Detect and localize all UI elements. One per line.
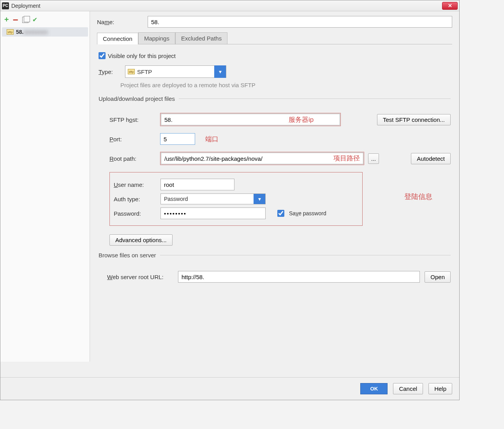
sidebar: + − ✔ sftp 58.xxxxxxxx xyxy=(0,11,90,362)
dialog-footer: OK Cancel Help xyxy=(0,377,459,400)
copy-server-button[interactable] xyxy=(22,17,28,23)
password-label: Password: xyxy=(114,210,157,217)
save-password-checkbox[interactable] xyxy=(277,210,284,217)
save-password-label: Save password xyxy=(289,210,326,216)
visible-only-checkbox[interactable] xyxy=(99,52,106,59)
name-input[interactable] xyxy=(148,16,452,28)
main-panel: Name: Connection Mappings Excluded Paths… xyxy=(90,11,459,362)
type-combo[interactable]: sftp SFTP ▾ xyxy=(125,65,226,78)
titlebar: PC Deployment ✕ xyxy=(0,0,459,11)
test-connection-button[interactable]: Test SFTP connection... xyxy=(377,114,451,125)
open-button[interactable]: Open xyxy=(425,271,451,283)
tab-connection[interactable]: Connection xyxy=(97,33,138,44)
auth-type-label: Auth type: xyxy=(114,196,157,202)
type-label: Type: xyxy=(99,69,118,75)
password-input[interactable] xyxy=(160,207,266,219)
chevron-down-icon: ▾ xyxy=(214,65,226,78)
port-label: Port: xyxy=(109,136,156,142)
root-path-label: Root path: xyxy=(109,155,156,162)
ok-button[interactable]: OK xyxy=(360,383,388,394)
port-input[interactable] xyxy=(160,133,195,145)
tab-mappings[interactable]: Mappings xyxy=(138,32,175,44)
web-url-input[interactable] xyxy=(178,271,420,283)
upload-group-label: Upload/download project files xyxy=(99,95,179,102)
add-server-button[interactable]: + xyxy=(4,15,9,24)
port-annotation: 端口 xyxy=(205,135,219,144)
tab-excluded-paths[interactable]: Excluded Paths xyxy=(175,32,227,44)
autodetect-button[interactable]: Autodetect xyxy=(411,153,451,164)
type-value: SFTP xyxy=(137,69,214,75)
auth-box: User name: Auth type: Password ▾ Passwor… xyxy=(109,172,363,226)
type-hint: Project files are deployed to a remote h… xyxy=(120,82,451,88)
sftp-host-annotation: 服务器ip xyxy=(289,115,314,124)
window-title: Deployment xyxy=(11,3,41,9)
close-button[interactable]: ✕ xyxy=(442,2,458,10)
chevron-down-icon: ▾ xyxy=(254,194,265,204)
cancel-button[interactable]: Cancel xyxy=(393,383,423,394)
browse-group-label: Browse files on server xyxy=(99,252,160,258)
browse-group: Browse files on server Web server root U… xyxy=(99,252,451,286)
help-button[interactable]: Help xyxy=(428,383,452,394)
sidebar-toolbar: + − ✔ xyxy=(0,14,90,26)
sftp-icon: sftp xyxy=(7,29,14,35)
web-url-label: Web server root URL: xyxy=(107,274,173,280)
app-icon: PC xyxy=(2,2,9,9)
root-path-browse-button[interactable]: ... xyxy=(368,153,379,164)
upload-group: Upload/download project files SFTP host:… xyxy=(99,95,451,249)
sidebar-item-label: 58.xxxxxxxx xyxy=(16,29,48,35)
root-path-annotation: 项目路径 xyxy=(333,154,360,163)
sftp-host-label: SFTP host: xyxy=(109,116,156,123)
name-label: Name: xyxy=(97,19,144,25)
username-input[interactable] xyxy=(160,179,234,190)
sftp-icon: sftp xyxy=(128,69,135,74)
username-label: User name: xyxy=(114,181,157,188)
deployment-dialog: PC Deployment ✕ + − ✔ sftp 58.xxxxxxxx N… xyxy=(0,0,460,400)
auth-type-combo[interactable]: Password ▾ xyxy=(160,193,266,204)
visible-only-label: Visible only for this project xyxy=(108,53,176,59)
advanced-options-button[interactable]: Advanced options... xyxy=(109,234,173,246)
set-default-button[interactable]: ✔ xyxy=(32,16,37,23)
tabs: Connection Mappings Excluded Paths xyxy=(97,32,452,44)
remove-server-button[interactable]: − xyxy=(13,18,18,22)
auth-type-value: Password xyxy=(161,194,254,204)
save-password-row: Save password xyxy=(277,210,326,217)
sidebar-server-item[interactable]: sftp 58.xxxxxxxx xyxy=(2,27,88,37)
root-path-input[interactable] xyxy=(161,153,363,164)
login-info-annotation: 登陆信息 xyxy=(404,192,432,201)
